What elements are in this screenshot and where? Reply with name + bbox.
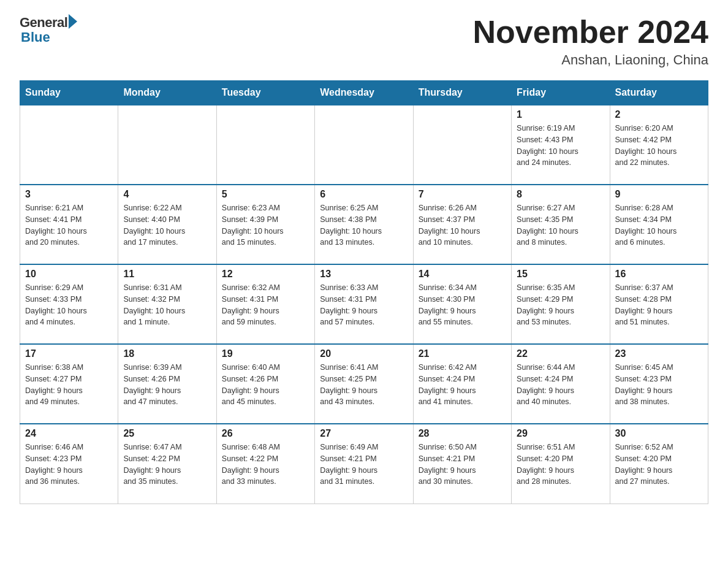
calendar-cell [315,105,413,185]
calendar-cell: 21Sunrise: 6:42 AM Sunset: 4:24 PM Dayli… [413,344,511,424]
calendar-cell [118,105,216,185]
day-number: 14 [419,269,506,280]
weekday-header-sunday: Sunday [20,81,118,105]
day-number: 23 [615,348,703,359]
weekday-header-monday: Monday [118,81,216,105]
weekday-header-friday: Friday [512,81,610,105]
day-info: Sunrise: 6:27 AM Sunset: 4:35 PM Dayligh… [517,202,604,248]
calendar-cell: 25Sunrise: 6:47 AM Sunset: 4:22 PM Dayli… [118,424,216,504]
week-row-5: 24Sunrise: 6:46 AM Sunset: 4:23 PM Dayli… [20,424,708,504]
day-info: Sunrise: 6:22 AM Sunset: 4:40 PM Dayligh… [123,202,211,248]
week-row-3: 10Sunrise: 6:29 AM Sunset: 4:33 PM Dayli… [20,264,708,344]
day-number: 8 [517,189,604,200]
calendar-cell: 1Sunrise: 6:19 AM Sunset: 4:43 PM Daylig… [512,105,610,185]
calendar-cell: 19Sunrise: 6:40 AM Sunset: 4:26 PM Dayli… [216,344,314,424]
day-info: Sunrise: 6:25 AM Sunset: 4:38 PM Dayligh… [320,202,408,248]
calendar-cell: 11Sunrise: 6:31 AM Sunset: 4:32 PM Dayli… [118,264,216,344]
day-number: 10 [25,269,113,280]
day-info: Sunrise: 6:23 AM Sunset: 4:39 PM Dayligh… [222,202,309,248]
day-info: Sunrise: 6:45 AM Sunset: 4:23 PM Dayligh… [615,362,703,408]
week-row-4: 17Sunrise: 6:38 AM Sunset: 4:27 PM Dayli… [20,344,708,424]
day-number: 22 [517,348,604,359]
day-number: 28 [419,428,506,439]
calendar-cell: 7Sunrise: 6:26 AM Sunset: 4:37 PM Daylig… [413,185,511,264]
day-info: Sunrise: 6:35 AM Sunset: 4:29 PM Dayligh… [517,282,604,328]
day-number: 27 [320,428,408,439]
day-info: Sunrise: 6:40 AM Sunset: 4:26 PM Dayligh… [222,362,309,408]
day-info: Sunrise: 6:26 AM Sunset: 4:37 PM Dayligh… [419,202,506,248]
day-number: 15 [517,269,604,280]
calendar-cell: 12Sunrise: 6:32 AM Sunset: 4:31 PM Dayli… [216,264,314,344]
day-number: 30 [615,428,703,439]
calendar-cell [216,105,314,185]
calendar-table: SundayMondayTuesdayWednesdayThursdayFrid… [20,80,708,504]
weekday-header-saturday: Saturday [610,81,708,105]
day-info: Sunrise: 6:32 AM Sunset: 4:31 PM Dayligh… [222,282,309,328]
day-number: 4 [123,189,211,200]
day-info: Sunrise: 6:19 AM Sunset: 4:43 PM Dayligh… [517,123,604,169]
calendar-cell: 8Sunrise: 6:27 AM Sunset: 4:35 PM Daylig… [512,185,610,264]
calendar-cell: 29Sunrise: 6:51 AM Sunset: 4:20 PM Dayli… [512,424,610,504]
day-number: 16 [615,269,703,280]
day-number: 29 [517,428,604,439]
calendar-cell: 9Sunrise: 6:28 AM Sunset: 4:34 PM Daylig… [610,185,708,264]
day-info: Sunrise: 6:39 AM Sunset: 4:26 PM Dayligh… [123,362,211,408]
calendar-cell [413,105,511,185]
day-info: Sunrise: 6:42 AM Sunset: 4:24 PM Dayligh… [419,362,506,408]
day-info: Sunrise: 6:51 AM Sunset: 4:20 PM Dayligh… [517,442,604,488]
logo-arrow-icon [69,14,77,29]
weekday-header-thursday: Thursday [413,81,511,105]
calendar-cell: 14Sunrise: 6:34 AM Sunset: 4:30 PM Dayli… [413,264,511,344]
week-row-1: 1Sunrise: 6:19 AM Sunset: 4:43 PM Daylig… [20,105,708,185]
day-info: Sunrise: 6:44 AM Sunset: 4:24 PM Dayligh… [517,362,604,408]
title-area: November 2024 Anshan, Liaoning, China [473,15,708,68]
calendar-cell: 17Sunrise: 6:38 AM Sunset: 4:27 PM Dayli… [20,344,118,424]
calendar-cell: 6Sunrise: 6:25 AM Sunset: 4:38 PM Daylig… [315,185,413,264]
calendar-cell: 23Sunrise: 6:45 AM Sunset: 4:23 PM Dayli… [610,344,708,424]
day-info: Sunrise: 6:31 AM Sunset: 4:32 PM Dayligh… [123,282,211,328]
week-row-2: 3Sunrise: 6:21 AM Sunset: 4:41 PM Daylig… [20,185,708,264]
day-number: 2 [615,109,703,120]
calendar-cell: 13Sunrise: 6:33 AM Sunset: 4:31 PM Dayli… [315,264,413,344]
day-info: Sunrise: 6:49 AM Sunset: 4:21 PM Dayligh… [320,442,408,488]
day-info: Sunrise: 6:34 AM Sunset: 4:30 PM Dayligh… [419,282,506,328]
day-number: 5 [222,189,309,200]
day-number: 12 [222,269,309,280]
logo-blue-text: Blue [21,29,50,45]
calendar-cell: 16Sunrise: 6:37 AM Sunset: 4:28 PM Dayli… [610,264,708,344]
weekday-header-wednesday: Wednesday [315,81,413,105]
day-info: Sunrise: 6:20 AM Sunset: 4:42 PM Dayligh… [615,123,703,169]
day-info: Sunrise: 6:46 AM Sunset: 4:23 PM Dayligh… [25,442,113,488]
header: General Blue November 2024 Anshan, Liaon… [20,15,708,68]
day-number: 25 [123,428,211,439]
location: Anshan, Liaoning, China [473,52,708,68]
day-number: 6 [320,189,408,200]
calendar-cell: 18Sunrise: 6:39 AM Sunset: 4:26 PM Dayli… [118,344,216,424]
calendar-cell: 2Sunrise: 6:20 AM Sunset: 4:42 PM Daylig… [610,105,708,185]
calendar-cell: 30Sunrise: 6:52 AM Sunset: 4:20 PM Dayli… [610,424,708,504]
calendar-cell: 27Sunrise: 6:49 AM Sunset: 4:21 PM Dayli… [315,424,413,504]
month-title: November 2024 [473,15,708,50]
calendar-cell: 4Sunrise: 6:22 AM Sunset: 4:40 PM Daylig… [118,185,216,264]
calendar-cell: 3Sunrise: 6:21 AM Sunset: 4:41 PM Daylig… [20,185,118,264]
day-number: 7 [419,189,506,200]
calendar-cell [20,105,118,185]
day-number: 9 [615,189,703,200]
calendar-cell: 5Sunrise: 6:23 AM Sunset: 4:39 PM Daylig… [216,185,314,264]
day-number: 19 [222,348,309,359]
day-info: Sunrise: 6:48 AM Sunset: 4:22 PM Dayligh… [222,442,309,488]
day-info: Sunrise: 6:37 AM Sunset: 4:28 PM Dayligh… [615,282,703,328]
weekday-header-tuesday: Tuesday [216,81,314,105]
calendar-cell: 22Sunrise: 6:44 AM Sunset: 4:24 PM Dayli… [512,344,610,424]
day-number: 11 [123,269,211,280]
day-number: 17 [25,348,113,359]
day-number: 1 [517,109,604,120]
day-info: Sunrise: 6:21 AM Sunset: 4:41 PM Dayligh… [25,202,113,248]
day-info: Sunrise: 6:50 AM Sunset: 4:21 PM Dayligh… [419,442,506,488]
day-number: 26 [222,428,309,439]
day-info: Sunrise: 6:38 AM Sunset: 4:27 PM Dayligh… [25,362,113,408]
logo-general-text: General [20,15,67,31]
day-number: 18 [123,348,211,359]
calendar-cell: 28Sunrise: 6:50 AM Sunset: 4:21 PM Dayli… [413,424,511,504]
calendar-cell: 20Sunrise: 6:41 AM Sunset: 4:25 PM Dayli… [315,344,413,424]
